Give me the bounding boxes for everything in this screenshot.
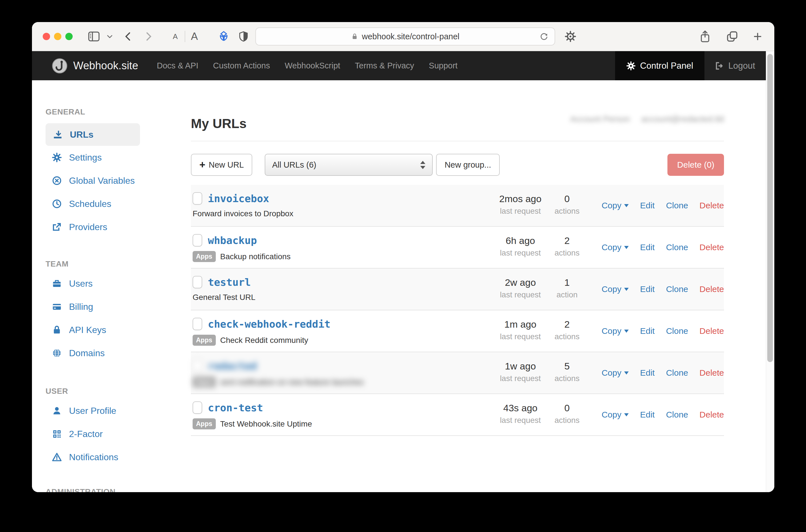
sidebar-item-user-profile[interactable]: User Profile (45, 399, 171, 422)
copy-dropdown[interactable]: Copy (601, 201, 629, 210)
divider (191, 141, 724, 141)
nav-support[interactable]: Support (429, 61, 457, 70)
sidebar-item-global-variables[interactable]: Global Variables (45, 169, 171, 192)
sidebar-item-providers[interactable]: Providers (45, 215, 171, 239)
url-link[interactable]: cron-test (208, 402, 263, 414)
new-group-button[interactable]: New group... (436, 154, 500, 176)
sidebar-item-urls[interactable]: URLs (45, 123, 140, 146)
edit-link[interactable]: Edit (640, 410, 655, 419)
delete-link[interactable]: Delete (699, 326, 724, 336)
privacy-shield-icon[interactable] (238, 30, 249, 43)
share-icon[interactable] (699, 30, 711, 43)
last-request-label: last request (495, 207, 546, 216)
actions-label: actions (546, 374, 588, 383)
sidebar-item-2-factor[interactable]: 2-Factor (45, 422, 171, 445)
delete-link[interactable]: Delete (699, 368, 724, 378)
sidebar-item-label: Notifications (69, 452, 118, 462)
brand[interactable]: Webhook.site (52, 58, 138, 74)
sidebar-heading-general: GENERAL (45, 108, 171, 116)
plus-icon: + (200, 159, 205, 171)
actions-count: 5 (546, 361, 588, 372)
clone-link[interactable]: Clone (666, 326, 688, 336)
logout-button[interactable]: Logout (705, 51, 765, 80)
scrollbar-thumb[interactable] (767, 54, 773, 362)
copy-dropdown[interactable]: Copy (601, 326, 629, 336)
close-button[interactable] (43, 33, 50, 40)
delete-selected-button[interactable]: Delete (0) (668, 154, 724, 176)
copy-dropdown[interactable]: Copy (601, 243, 629, 252)
inbox-icon (53, 130, 62, 139)
page-settings-gear-icon[interactable] (565, 31, 576, 42)
clock-icon (52, 199, 62, 209)
clone-link[interactable]: Clone (666, 368, 688, 378)
row-checkbox[interactable] (193, 318, 202, 330)
clone-link[interactable]: Clone (666, 284, 688, 294)
tab-overview-icon[interactable] (726, 30, 739, 43)
nav-docs-api[interactable]: Docs & API (157, 61, 199, 70)
control-panel-tab[interactable]: Control Panel (615, 51, 705, 80)
control-panel-label: Control Panel (640, 61, 693, 71)
delete-link[interactable]: Delete (699, 201, 724, 210)
sidebar-item-domains[interactable]: Domains (45, 341, 171, 365)
copy-dropdown[interactable]: Copy (601, 410, 629, 419)
apps-badge: Apps (193, 418, 216, 430)
chevron-down-icon[interactable] (106, 33, 113, 40)
sidebar-item-settings[interactable]: Settings (45, 146, 171, 169)
sidebar-item-notifications[interactable]: Notifications (45, 445, 171, 469)
copy-dropdown[interactable]: Copy (601, 368, 629, 378)
url-link[interactable]: redacted (208, 360, 257, 372)
copy-dropdown[interactable]: Copy (601, 284, 629, 294)
delete-link[interactable]: Delete (699, 284, 724, 294)
last-request-time: 1w ago (495, 361, 546, 372)
url-link[interactable]: whbackup (208, 235, 257, 246)
clone-link[interactable]: Clone (666, 201, 688, 210)
sidebar-item-billing[interactable]: Billing (45, 295, 171, 318)
clone-link[interactable]: Clone (666, 410, 688, 419)
sidebar-item-users[interactable]: Users (45, 272, 171, 295)
back-button[interactable] (123, 31, 133, 42)
new-tab-button[interactable]: + (753, 31, 762, 42)
url-filter-value: All URLs (6) (272, 160, 316, 170)
clone-link[interactable]: Clone (666, 243, 688, 252)
zoom-button[interactable] (65, 33, 73, 40)
url-link[interactable]: testurl (208, 277, 251, 288)
sidebar-toggle-icon[interactable] (88, 31, 100, 42)
nav-custom-actions[interactable]: Custom Actions (213, 61, 270, 70)
minimize-button[interactable] (54, 33, 61, 40)
row-checkbox[interactable] (193, 360, 202, 372)
delete-link[interactable]: Delete (699, 410, 724, 419)
edit-link[interactable]: Edit (640, 243, 655, 252)
sidebar-item-api-keys[interactable]: API Keys (45, 318, 171, 341)
nav-terms-privacy[interactable]: Terms & Privacy (355, 61, 414, 70)
actions-count: 0 (546, 402, 588, 414)
edit-link[interactable]: Edit (640, 368, 655, 378)
edit-link[interactable]: Edit (640, 201, 655, 210)
last-request-time: 6h ago (495, 235, 546, 246)
decrease-text-size-button[interactable]: A (173, 32, 177, 41)
edit-link[interactable]: Edit (640, 326, 655, 336)
increase-text-size-button[interactable]: A (191, 31, 198, 42)
sidebar-item-schedules[interactable]: Schedules (45, 192, 171, 215)
address-bar[interactable]: webhook.site/control-panel (255, 27, 555, 45)
row-checkbox[interactable] (193, 276, 202, 288)
url-link[interactable]: check-webhook-reddit (208, 318, 330, 330)
row-checkbox[interactable] (193, 234, 202, 247)
table-row: invoicebox Forward invoices to Dropbox 2… (191, 185, 724, 227)
table-row: testurl General Test URL 2w ago last req… (191, 268, 724, 310)
warning-triangle-icon (52, 452, 62, 462)
row-checkbox[interactable] (193, 192, 202, 205)
extension-icon[interactable] (218, 30, 230, 43)
reload-icon[interactable] (540, 32, 548, 41)
url-filter-select[interactable]: All URLs (6) (265, 154, 433, 176)
url-link[interactable]: invoicebox (208, 193, 269, 204)
new-url-button[interactable]: + New URL (191, 154, 252, 176)
edit-link[interactable]: Edit (640, 284, 655, 294)
logout-icon (715, 61, 724, 71)
row-checkbox[interactable] (193, 401, 202, 414)
sidebar-item-label: User Profile (69, 406, 116, 416)
delete-link[interactable]: Delete (699, 243, 724, 252)
scrollbar-track[interactable] (766, 51, 774, 492)
forward-button[interactable] (143, 31, 153, 42)
sidebar-item-label: Domains (69, 348, 105, 358)
nav-webhookscript[interactable]: WebhookScript (285, 61, 340, 70)
